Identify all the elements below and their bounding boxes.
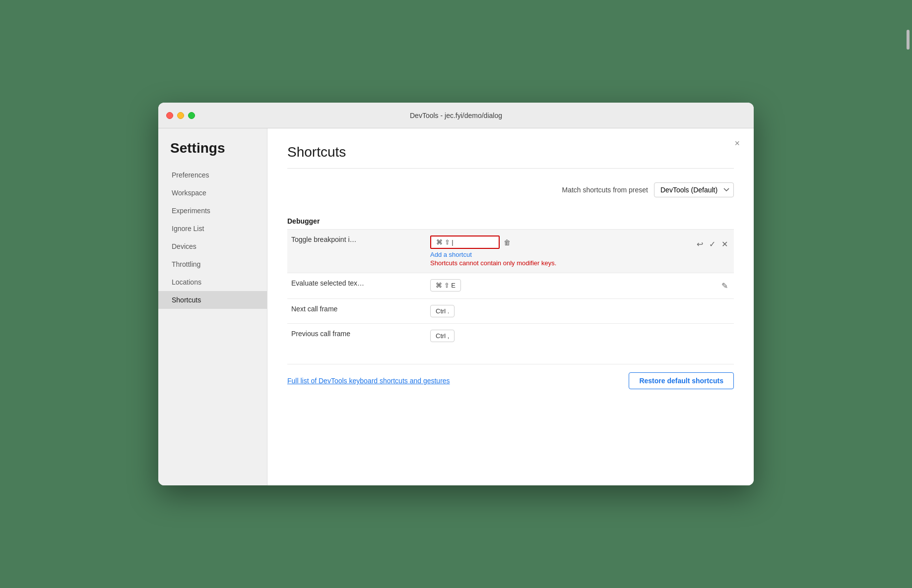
full-list-link[interactable]: Full list of DevTools keyboard shortcuts… [287, 377, 450, 385]
table-row: Toggle breakpoint i… Add a shortcut [287, 230, 734, 273]
shortcut-name-evaluate: Evaluate selected tex… [287, 273, 426, 299]
delete-shortcut-button[interactable] [502, 236, 513, 249]
settings-title: Settings [158, 140, 267, 166]
sidebar-item-experiments[interactable]: Experiments [158, 202, 267, 220]
restore-defaults-button[interactable]: Restore default shortcuts [629, 372, 734, 389]
shortcut-keys-next: Ctrl . [426, 299, 691, 324]
sidebar-item-ignore-list[interactable]: Ignore List [158, 220, 267, 237]
sidebar-item-devices[interactable]: Devices [158, 237, 267, 255]
sidebar-item-preferences[interactable]: Preferences [158, 166, 267, 184]
shortcut-name-previous: Previous call frame [287, 324, 426, 349]
debugger-header: Debugger [287, 213, 734, 229]
debugger-section: Debugger Toggle breakpoint i… [287, 213, 734, 348]
key-badge: Ctrl . [430, 305, 455, 317]
key-badge: ⌘ ⇧ E [430, 279, 461, 292]
undo-button[interactable] [695, 237, 705, 251]
traffic-lights [166, 112, 195, 119]
sidebar-item-workspace[interactable]: Workspace [158, 184, 267, 202]
title-divider [287, 168, 734, 169]
preset-label: Match shortcuts from preset [562, 186, 648, 194]
check-icon [709, 240, 716, 248]
error-message: Shortcuts cannot contain only modifier k… [430, 259, 687, 267]
content-area: Settings Preferences Workspace Experimen… [158, 128, 754, 485]
sidebar-item-locations[interactable]: Locations [158, 273, 267, 291]
main-content: × Shortcuts Match shortcuts from preset … [267, 128, 754, 485]
shortcut-actions-evaluate [691, 273, 734, 299]
key-badge: Ctrl , [430, 330, 455, 342]
shortcuts-table: Toggle breakpoint i… Add a shortcut [287, 229, 734, 348]
sidebar-item-throttling[interactable]: Throttling [158, 255, 267, 273]
shortcut-actions-toggle [691, 230, 734, 273]
add-shortcut-row: Add a shortcut Shortcuts cannot contain … [430, 251, 687, 267]
shortcut-actions-previous [691, 324, 734, 349]
editing-actions [695, 235, 730, 251]
sidebar: Settings Preferences Workspace Experimen… [158, 128, 267, 485]
maximize-traffic-light[interactable] [188, 112, 195, 119]
shortcut-keys-previous: Ctrl , [426, 324, 691, 349]
cancel-edit-button[interactable] [719, 237, 730, 251]
sidebar-item-shortcuts[interactable]: Shortcuts [158, 291, 267, 309]
shortcut-name-next: Next call frame [287, 299, 426, 324]
preset-select[interactable]: DevTools (Default) Visual Studio Code [654, 182, 734, 197]
trash-icon [504, 238, 511, 246]
close-button[interactable]: × [730, 136, 744, 151]
table-row: Next call frame Ctrl . [287, 299, 734, 324]
x-icon [721, 240, 728, 248]
undo-icon [697, 240, 703, 248]
shortcut-name-toggle: Toggle breakpoint i… [287, 230, 426, 273]
page-title: Shortcuts [287, 144, 734, 160]
minimize-traffic-light[interactable] [177, 112, 184, 119]
titlebar: DevTools - jec.fyi/demo/dialog [158, 103, 754, 128]
devtools-window: DevTools - jec.fyi/demo/dialog Settings … [158, 103, 754, 485]
table-row: Previous call frame Ctrl , [287, 324, 734, 349]
shortcut-keys-evaluate: ⌘ ⇧ E [426, 273, 691, 299]
pencil-icon [721, 282, 728, 290]
close-traffic-light[interactable] [166, 112, 173, 119]
key-input-wrapper [430, 235, 687, 249]
preset-row: Match shortcuts from preset DevTools (De… [287, 182, 734, 197]
add-shortcut-link[interactable]: Add a shortcut [430, 251, 687, 258]
shortcut-key-input[interactable] [430, 235, 500, 249]
edit-shortcut-button[interactable] [719, 279, 730, 293]
shortcut-keys-toggle: Add a shortcut Shortcuts cannot contain … [426, 230, 691, 273]
footer: Full list of DevTools keyboard shortcuts… [287, 364, 734, 389]
confirm-button[interactable] [707, 237, 717, 251]
window-title: DevTools - jec.fyi/demo/dialog [410, 112, 502, 119]
table-row: Evaluate selected tex… ⌘ ⇧ E [287, 273, 734, 299]
shortcut-actions-next [691, 299, 734, 324]
